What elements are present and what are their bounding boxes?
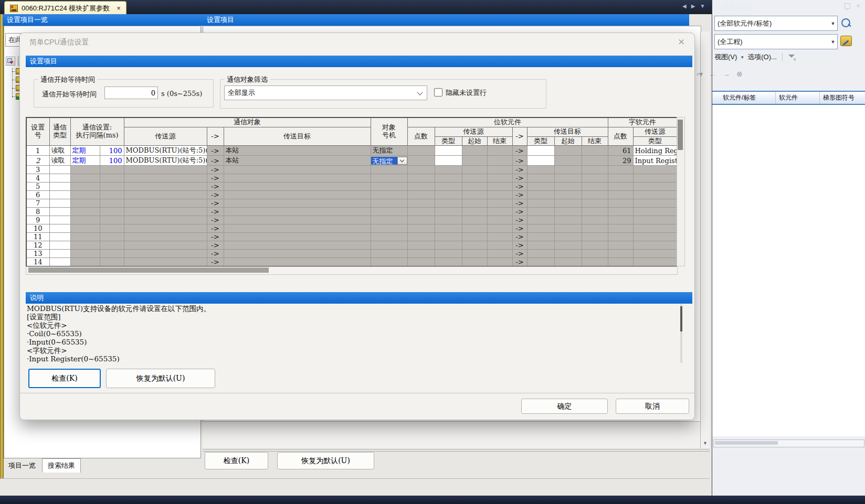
xref-result-list[interactable] [712,105,865,436]
condition-dropdown-icon[interactable]: ▫▾ [697,70,703,78]
description-line: ·Input(0~65535) [27,338,672,346]
chevron-down-icon[interactable]: ▼ [829,21,837,26]
tab-list-icon[interactable]: ▼ [700,3,705,9]
next-reference-icon[interactable]: → [723,70,730,78]
xref-column-header[interactable]: 软元件/标签 [712,92,776,104]
cell-setting-no: 10 [26,224,49,233]
panel-close-icon[interactable]: × [856,2,860,10]
cell-interval[interactable]: 100 [100,156,124,166]
scope-combobox[interactable]: (全工程) ▼ [714,34,838,49]
cell-comm-type[interactable] [49,183,70,191]
cell-source[interactable]: MODBUS(RTU)(站号:5)(CH2) [124,146,207,156]
check-button[interactable]: 检查(K) [28,369,101,388]
cell-bit-source-type[interactable] [435,146,462,156]
restore-default-button[interactable]: 恢复为默认(U) [106,369,215,388]
background-check-button[interactable]: 检查(K) [205,452,268,469]
tree-connector [12,96,15,97]
scrollbar-thumb[interactable] [678,120,683,150]
cell-word-points: 61 [608,146,633,156]
chevron-down-icon[interactable]: ▼ [829,39,837,45]
display-filter-combobox[interactable]: 全部显示 [224,85,427,100]
cell-setting-type [70,208,100,216]
cell-word-points [608,224,633,233]
view-menu[interactable]: 视图(V) [714,52,737,62]
cell-bit-dest-start [554,166,582,174]
cell-bit-dest-type[interactable] [527,146,554,156]
hide-unset-rows-checkbox[interactable] [434,88,442,96]
cell-comm-type[interactable] [49,233,70,241]
scrollbar-thumb[interactable] [28,267,269,273]
tab-scroll-left-icon[interactable]: ◀ [682,3,687,9]
cell-word-source-type[interactable]: Holding Register [633,146,677,156]
ok-button[interactable]: 确定 [521,399,608,414]
settings-wrench-icon[interactable] [840,36,852,46]
description-scrollbar[interactable] [680,304,682,363]
cell-word-source-type[interactable]: Input Register [633,156,677,166]
cell-bit-dest-end [582,258,608,267]
collapse-tree-icon[interactable] [6,57,15,66]
cell-dest [224,241,371,250]
bottom-tab-搜索结果[interactable]: 搜索结果 [42,458,81,473]
cell-comm-type[interactable] [49,241,70,250]
clear-reference-icon[interactable]: ⊗ [736,70,743,78]
right-pane-scrollbar[interactable]: ▼ [700,31,710,448]
cell-interval[interactable]: 100 [100,146,124,156]
table-vertical-scrollbar[interactable] [677,117,685,266]
cancel-button[interactable]: 取消 [616,399,689,414]
cell-bit-source-type[interactable] [435,156,462,166]
xref-column-header[interactable]: 梯形图符号 [820,92,865,104]
device-filter-combobox[interactable]: (全部软元件/标签) ▼ [714,16,838,31]
scope-value: (全工程) [715,37,829,47]
prev-reference-icon[interactable]: ← [709,70,716,78]
cell-source[interactable]: MODBUS(RTU)(站号:5)(CH2) [124,156,207,166]
cell-comm-type[interactable] [49,258,70,267]
background-restore-default-button[interactable]: 恢复为默认(U) [277,452,374,469]
cell-bit-dest-type[interactable] [527,156,554,166]
cell-comm-type[interactable] [49,199,70,208]
chevron-down-icon [400,158,404,162]
cell-bit-points [407,183,435,191]
cell-comm-type[interactable] [49,166,70,174]
cell-setting-type[interactable]: 定期 [70,156,100,166]
cell-bit-source-end [487,208,512,216]
col-header-type: 类型 [633,137,677,146]
pin-icon[interactable] [845,3,850,9]
tab-close-icon[interactable]: × [117,5,121,12]
cell-comm-type[interactable] [49,250,70,258]
scrollbar-thumb[interactable] [680,306,682,331]
bottom-tab-项目一览[interactable]: 项目一览 [3,459,41,473]
cell-bit-dest-start [554,156,582,166]
options-menu[interactable]: 选项(O)... [747,52,777,62]
wait-time-input[interactable] [104,87,158,99]
cell-comm-type[interactable]: 读取 [49,146,70,156]
filter-clear-icon[interactable] [788,53,795,61]
cell-bit-arrow: -> [512,174,527,183]
scrollbar-thumb[interactable] [715,441,778,445]
dialog-close-icon[interactable]: × [678,36,685,47]
search-icon[interactable] [841,18,850,27]
cell-comm-type[interactable]: 读取 [49,156,70,166]
scroll-down-icon[interactable]: ▼ [701,439,709,447]
cell-setting-no: 13 [26,250,49,258]
cell-dest: 本站 [224,156,371,166]
cell-comm-type[interactable] [49,208,70,216]
cell-target-station[interactable]: 无指定 [371,146,407,156]
chevron-down-icon[interactable]: ▼ [740,55,744,60]
cell-comm-type[interactable] [49,174,70,183]
cell-arrow: -> [207,146,224,156]
xref-column-header[interactable]: 软元件 [776,92,820,104]
col-header-comm-type: 通信类型 [49,117,70,146]
cell-setting-type[interactable]: 定期 [70,146,100,156]
cell-target-station[interactable]: 无指定 [371,156,407,166]
table-horizontal-scrollbar[interactable] [26,266,678,275]
section-header: 设置项目 [26,56,692,67]
xref-horizontal-scrollbar[interactable] [713,439,864,447]
tab-scroll-right-icon[interactable]: ▶ [691,3,695,9]
document-tab[interactable]: 0060:RJ71C24 模块扩展参数 × [4,1,126,15]
dropdown-button[interactable] [397,157,407,165]
selected-target-value[interactable]: 无指定 [371,157,397,165]
cell-comm-type[interactable] [49,224,70,233]
cell-comm-type[interactable] [49,191,70,199]
cell-comm-type[interactable] [49,216,70,224]
cell-bit-dest-start [554,224,582,233]
